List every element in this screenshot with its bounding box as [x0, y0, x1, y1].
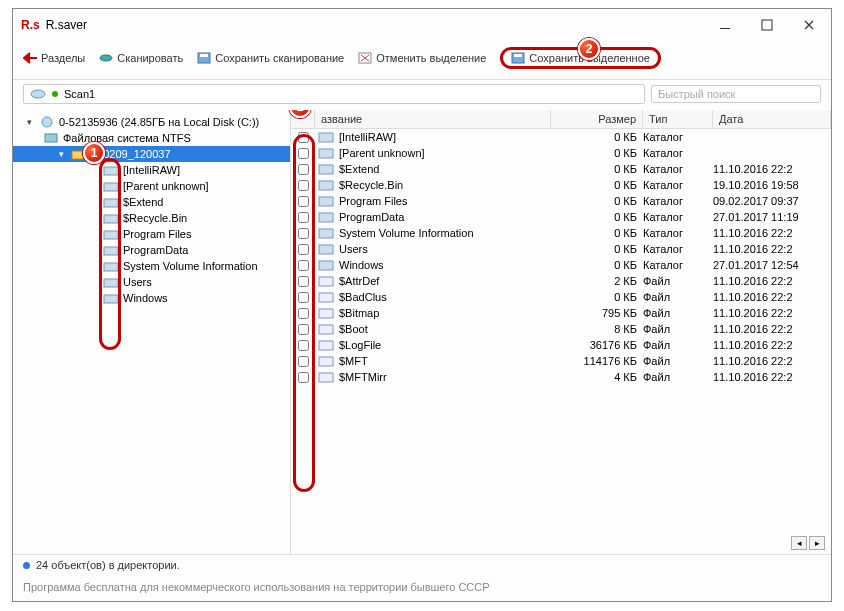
row-size: 114176 КБ — [551, 355, 643, 367]
row-date: 11.10.2016 22:2 — [713, 163, 831, 175]
table-row[interactable]: $AttrDef2 КБФайл11.10.2016 22:2 — [291, 273, 831, 289]
table-row[interactable]: [IntelliRAW]0 КБКаталог — [291, 129, 831, 145]
tree-item[interactable]: Windows — [13, 290, 290, 306]
tree-item[interactable]: Users — [13, 274, 290, 290]
scroll-right-button[interactable]: ▸ — [809, 536, 825, 550]
svg-rect-14 — [104, 199, 118, 207]
table-row[interactable]: $MFT114176 КБФайл11.10.2016 22:2 — [291, 353, 831, 369]
col-type[interactable]: Тип — [643, 110, 713, 128]
row-checkbox[interactable] — [291, 212, 315, 223]
row-checkbox[interactable] — [291, 244, 315, 255]
folder-icon — [315, 163, 337, 175]
row-size: 0 КБ — [551, 227, 643, 239]
folder-icon — [315, 195, 337, 207]
table-row[interactable]: Windows0 КБКаталог27.01.2017 12:54 — [291, 257, 831, 273]
row-checkbox[interactable] — [291, 276, 315, 287]
col-name[interactable]: азвание — [315, 110, 551, 128]
tree-item-label: $Recycle.Bin — [123, 212, 187, 224]
tree-item[interactable]: [Parent unknown] — [13, 178, 290, 194]
file-icon — [315, 339, 337, 351]
tree-item-label: Program Files — [123, 228, 191, 240]
table-row[interactable]: $BadClus0 КБФайл11.10.2016 22:2 — [291, 289, 831, 305]
col-date[interactable]: Дата — [713, 110, 831, 128]
tree-item[interactable]: $Extend — [13, 194, 290, 210]
table-row[interactable]: ProgramData0 КБКаталог27.01.2017 11:19 — [291, 209, 831, 225]
row-name: $Boot — [337, 323, 551, 335]
tree-item[interactable]: [IntelliRAW] — [13, 162, 290, 178]
minimize-button[interactable] — [711, 15, 739, 35]
table-row[interactable]: System Volume Information0 КБКаталог11.1… — [291, 225, 831, 241]
row-date: 11.10.2016 22:2 — [713, 307, 831, 319]
row-type: Каталог — [643, 179, 713, 191]
row-date: 27.01.2017 11:19 — [713, 211, 831, 223]
footer-text: Программа бесплатна для некоммерческого … — [13, 575, 831, 601]
row-type: Файл — [643, 291, 713, 303]
expander-icon[interactable]: ▾ — [27, 117, 35, 127]
table-row[interactable]: Program Files0 КБКаталог09.02.2017 09:37 — [291, 193, 831, 209]
row-type: Файл — [643, 371, 713, 383]
tree-item-label: [Parent unknown] — [123, 180, 209, 192]
table-row[interactable]: $Extend0 КБКаталог11.10.2016 22:2 — [291, 161, 831, 177]
row-name: Windows — [337, 259, 551, 271]
tree-item[interactable]: $Recycle.Bin — [13, 210, 290, 226]
row-size: 8 КБ — [551, 323, 643, 335]
row-checkbox[interactable] — [291, 196, 315, 207]
search-input[interactable]: Быстрый поиск — [651, 85, 821, 103]
tree-item[interactable]: ProgramData — [13, 242, 290, 258]
row-name: [Parent unknown] — [337, 147, 551, 159]
row-size: 0 КБ — [551, 259, 643, 271]
row-date: 27.01.2017 12:54 — [713, 259, 831, 271]
app-window: R.s R.saver 2 Разделы Сканировать Сохран… — [12, 8, 832, 602]
tree-scan-folder[interactable]: ▾ 170209_120037 — [13, 146, 290, 162]
svg-rect-7 — [514, 54, 522, 57]
tree-root-label: 0-52135936 (24.85ГБ на Local Disk (C:)) — [59, 116, 259, 128]
save-scan-button[interactable]: Сохранить сканирование — [197, 52, 344, 64]
table-row[interactable]: Users0 КБКаталог11.10.2016 22:2 — [291, 241, 831, 257]
row-checkbox[interactable] — [291, 180, 315, 191]
table-row[interactable]: $Recycle.Bin0 КБКаталог19.10.2016 19:58 — [291, 177, 831, 193]
expander-icon[interactable]: ▾ — [59, 149, 67, 159]
row-checkbox[interactable] — [291, 372, 315, 383]
svg-rect-15 — [104, 215, 118, 223]
file-icon — [315, 371, 337, 383]
close-button[interactable] — [795, 15, 823, 35]
tree-root[interactable]: ▾ 0-52135936 (24.85ГБ на Local Disk (C:)… — [13, 114, 290, 130]
table-row[interactable]: $Bitmap795 КБФайл11.10.2016 22:2 — [291, 305, 831, 321]
row-checkbox[interactable] — [291, 260, 315, 271]
svg-rect-29 — [319, 261, 333, 270]
scan-button[interactable]: Сканировать — [99, 52, 183, 64]
scroll-left-button[interactable]: ◂ — [791, 536, 807, 550]
file-icon — [315, 323, 337, 335]
tree-fs[interactable]: Файловая система NTFS — [13, 130, 290, 146]
tree-item[interactable]: System Volume Information — [13, 258, 290, 274]
svg-point-2 — [100, 55, 112, 61]
row-date: 11.10.2016 22:2 — [713, 371, 831, 383]
maximize-button[interactable] — [753, 15, 781, 35]
row-type: Каталог — [643, 131, 713, 143]
list-rows: [IntelliRAW]0 КБКаталог[Parent unknown]0… — [291, 129, 831, 554]
row-name: $BadClus — [337, 291, 551, 303]
row-checkbox[interactable] — [291, 228, 315, 239]
callout-bubble-2: 2 — [578, 38, 600, 60]
path-input[interactable]: Scan1 — [23, 84, 645, 104]
table-row[interactable]: $LogFile36176 КБФайл11.10.2016 22:2 — [291, 337, 831, 353]
table-row[interactable]: $MFTMirr4 КБФайл11.10.2016 22:2 — [291, 369, 831, 385]
row-size: 0 КБ — [551, 243, 643, 255]
table-row[interactable]: [Parent unknown]0 КБКаталог — [291, 145, 831, 161]
row-checkbox[interactable] — [291, 356, 315, 367]
deselect-button[interactable]: Отменить выделение — [358, 52, 486, 64]
col-size[interactable]: Размер — [551, 110, 643, 128]
svg-rect-10 — [45, 134, 57, 142]
row-checkbox[interactable] — [291, 132, 315, 143]
row-checkbox[interactable] — [291, 148, 315, 159]
row-checkbox[interactable] — [291, 308, 315, 319]
row-checkbox[interactable] — [291, 292, 315, 303]
back-button[interactable]: Разделы — [23, 52, 85, 64]
row-checkbox[interactable] — [291, 340, 315, 351]
row-checkbox[interactable] — [291, 324, 315, 335]
row-checkbox[interactable] — [291, 164, 315, 175]
table-row[interactable]: $Boot8 КБФайл11.10.2016 22:2 — [291, 321, 831, 337]
scan-path-icon — [30, 87, 46, 101]
tree-item[interactable]: Program Files — [13, 226, 290, 242]
svg-rect-1 — [762, 20, 772, 30]
